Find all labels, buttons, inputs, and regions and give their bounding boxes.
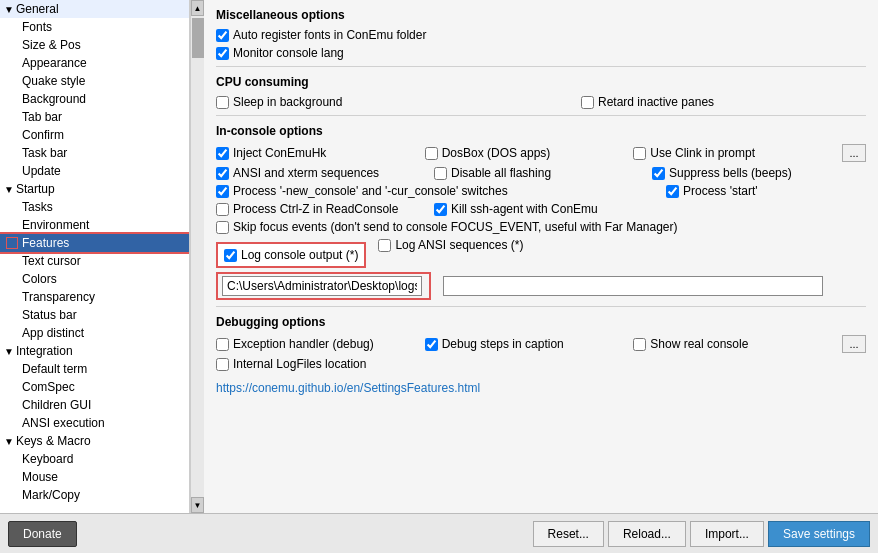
sidebar-item-appearance[interactable]: Appearance <box>0 54 189 72</box>
retard-inactive-checkbox[interactable] <box>581 96 594 109</box>
kill-ssh-label[interactable]: Kill ssh-agent with ConEmu <box>451 202 598 216</box>
monitor-console-lang-item: Monitor console lang <box>216 46 866 60</box>
sidebar-item-mouse[interactable]: Mouse <box>0 468 189 486</box>
sidebar-item-task-bar[interactable]: Task bar <box>0 144 189 162</box>
sidebar-item-features[interactable]: Features <box>0 234 189 252</box>
reset-button[interactable]: Reset... <box>533 521 604 547</box>
sidebar-item-mark-copy[interactable]: Mark/Copy <box>0 486 189 504</box>
cpu-row: Sleep in background Retard inactive pane… <box>216 95 866 109</box>
dosbox-checkbox[interactable] <box>425 147 438 160</box>
log-ansi-item: Log ANSI sequences (*) <box>378 238 866 252</box>
inject-conemuhk-item: Inject ConEmuHk <box>216 146 421 160</box>
import-button[interactable]: Import... <box>690 521 764 547</box>
process-new-console-item: Process '-new_console' and '-cur_console… <box>216 184 511 198</box>
debug-steps-checkbox[interactable] <box>425 338 438 351</box>
log-ansi-label[interactable]: Log ANSI sequences (*) <box>395 238 523 252</box>
exception-handler-label[interactable]: Exception handler (debug) <box>233 337 374 351</box>
save-button[interactable]: Save settings <box>768 521 870 547</box>
log-path-input[interactable] <box>222 276 422 296</box>
monitor-console-lang-label[interactable]: Monitor console lang <box>233 46 344 60</box>
scroll-up-btn[interactable]: ▲ <box>191 0 204 16</box>
internal-log-checkbox[interactable] <box>216 358 229 371</box>
monitor-console-lang-checkbox[interactable] <box>216 47 229 60</box>
log-ansi-checkbox[interactable] <box>378 239 391 252</box>
cpu-section-title: CPU consuming <box>216 75 866 89</box>
log-console-checkbox[interactable] <box>224 249 237 262</box>
sidebar-item-fonts[interactable]: Fonts <box>0 18 189 36</box>
suppress-bells-checkbox[interactable] <box>652 167 665 180</box>
sidebar-item-general[interactable]: ▼General <box>0 0 189 18</box>
exception-handler-checkbox[interactable] <box>216 338 229 351</box>
sidebar-item-confirm[interactable]: Confirm <box>0 126 189 144</box>
show-real-console-ellipsis-btn[interactable]: ... <box>842 335 866 353</box>
sidebar-item-keyboard[interactable]: Keyboard <box>0 450 189 468</box>
sidebar-item-size-pos[interactable]: Size & Pos <box>0 36 189 54</box>
auto-register-fonts-item: Auto register fonts in ConEmu folder <box>216 28 866 42</box>
skip-focus-item: Skip focus events (don't send to console… <box>216 220 866 234</box>
dosbox-label[interactable]: DosBox (DOS apps) <box>442 146 551 160</box>
ansi-xterm-label[interactable]: ANSI and xterm sequences <box>233 166 379 180</box>
sidebar-scrollbar[interactable]: ▲ ▼ <box>190 0 204 513</box>
inject-conemuhk-checkbox[interactable] <box>216 147 229 160</box>
retard-inactive-label[interactable]: Retard inactive panes <box>598 95 714 109</box>
kill-ssh-checkbox[interactable] <box>434 203 447 216</box>
internal-log-label[interactable]: Internal LogFiles location <box>233 357 366 371</box>
process-start-label[interactable]: Process 'start' <box>683 184 758 198</box>
sidebar-item-transparency[interactable]: Transparency <box>0 288 189 306</box>
suppress-bells-item: Suppress bells (beeps) <box>652 166 866 180</box>
show-real-console-checkbox[interactable] <box>633 338 646 351</box>
divider-3 <box>216 306 866 307</box>
sidebar-item-quake-style[interactable]: Quake style <box>0 72 189 90</box>
disable-flashing-label[interactable]: Disable all flashing <box>451 166 551 180</box>
skip-focus-label[interactable]: Skip focus events (don't send to console… <box>233 220 678 234</box>
use-clink-checkbox[interactable] <box>633 147 646 160</box>
inject-conemuhk-label[interactable]: Inject ConEmuHk <box>233 146 326 160</box>
debug-section-title: Debugging options <box>216 315 866 329</box>
log-console-label[interactable]: Log console output (*) <box>241 248 358 262</box>
sidebar-item-update[interactable]: Update <box>0 162 189 180</box>
debug-steps-label[interactable]: Debug steps in caption <box>442 337 564 351</box>
reload-button[interactable]: Reload... <box>608 521 686 547</box>
sidebar-item-text-cursor[interactable]: Text cursor <box>0 252 189 270</box>
sleep-background-label[interactable]: Sleep in background <box>233 95 342 109</box>
sidebar-item-background[interactable]: Background <box>0 90 189 108</box>
bottom-right: Reset... Reload... Import... Save settin… <box>533 521 870 547</box>
sidebar-item-colors[interactable]: Colors <box>0 270 189 288</box>
sidebar-item-integration[interactable]: ▼Integration <box>0 342 189 360</box>
process-start-checkbox[interactable] <box>666 185 679 198</box>
suppress-bells-label[interactable]: Suppress bells (beeps) <box>669 166 792 180</box>
sidebar-item-app-distinct[interactable]: App distinct <box>0 324 189 342</box>
sidebar-item-comspec[interactable]: ComSpec <box>0 378 189 396</box>
scroll-down-btn[interactable]: ▼ <box>191 497 204 513</box>
sidebar-item-ansi-execution[interactable]: ANSI execution <box>0 414 189 432</box>
sidebar-item-startup[interactable]: ▼Startup <box>0 180 189 198</box>
sidebar-item-children-gui[interactable]: Children GUI <box>0 396 189 414</box>
sidebar-item-default-term[interactable]: Default term <box>0 360 189 378</box>
sidebar-item-tasks[interactable]: Tasks <box>0 198 189 216</box>
show-real-console-item: Show real console <box>633 337 838 351</box>
show-real-console-label[interactable]: Show real console <box>650 337 748 351</box>
scroll-thumb[interactable] <box>192 18 204 58</box>
use-clink-label[interactable]: Use Clink in prompt <box>650 146 755 160</box>
log-ansi-path-input[interactable] <box>443 276 823 296</box>
help-link[interactable]: https://conemu.github.io/en/SettingsFeat… <box>216 381 480 395</box>
inconsole-row-2: ANSI and xterm sequences Disable all fla… <box>216 166 866 180</box>
sidebar-item-tab-bar[interactable]: Tab bar <box>0 108 189 126</box>
sidebar-item-environment[interactable]: Environment <box>0 216 189 234</box>
skip-focus-checkbox[interactable] <box>216 221 229 234</box>
misc-row-2: Monitor console lang <box>216 46 866 60</box>
donate-button[interactable]: Donate <box>8 521 77 547</box>
auto-register-fonts-label[interactable]: Auto register fonts in ConEmu folder <box>233 28 426 42</box>
ansi-xterm-checkbox[interactable] <box>216 167 229 180</box>
process-ctrlz-label[interactable]: Process Ctrl-Z in ReadConsole <box>233 202 398 216</box>
process-new-console-checkbox[interactable] <box>216 185 229 198</box>
sidebar-item-keys-macro[interactable]: ▼Keys & Macro <box>0 432 189 450</box>
sidebar-item-status-bar[interactable]: Status bar <box>0 306 189 324</box>
disable-flashing-checkbox[interactable] <box>434 167 447 180</box>
use-clink-ellipsis-btn[interactable]: ... <box>842 144 866 162</box>
auto-register-fonts-checkbox[interactable] <box>216 29 229 42</box>
process-ctrlz-checkbox[interactable] <box>216 203 229 216</box>
process-new-console-label[interactable]: Process '-new_console' and '-cur_console… <box>233 184 508 198</box>
content-area: Miscellaneous options Auto register font… <box>204 0 878 513</box>
sleep-background-checkbox[interactable] <box>216 96 229 109</box>
